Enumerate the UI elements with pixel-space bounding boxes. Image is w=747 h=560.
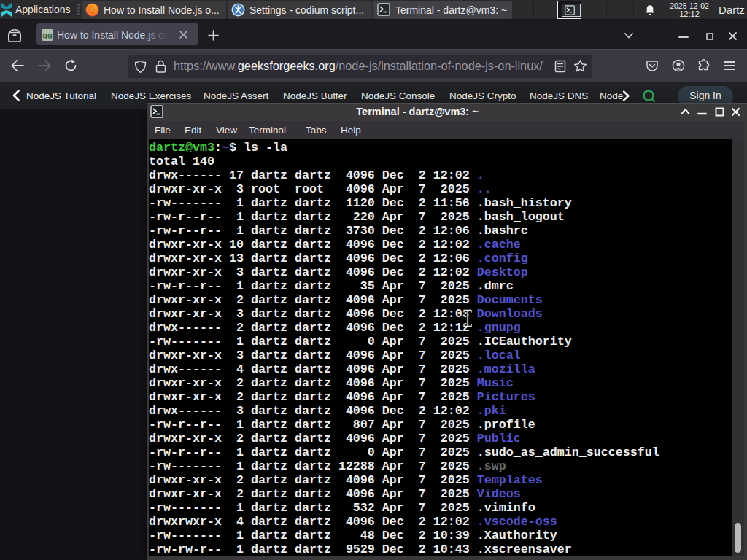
svg-text:gg: gg — [42, 31, 52, 39]
